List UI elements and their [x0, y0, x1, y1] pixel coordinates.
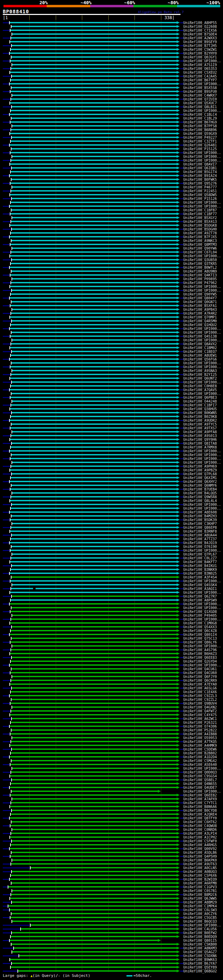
- hit-label[interactable]: UniRef100_Q4KTI3: [183, 273, 217, 277]
- hit-label[interactable]: UniRef100_A3F4S4: [183, 575, 217, 579]
- hit-label[interactable]: UniRef100_Q4UDE7: [183, 786, 217, 789]
- hit-label[interactable]: UniRef100_B2B802: [183, 751, 217, 755]
- hit-label[interactable]: UniRef100_UPI000..: [183, 591, 221, 595]
- alignment-bar[interactable]: [12, 64, 176, 65]
- alignment-bar[interactable]: [12, 687, 176, 689]
- hit-label[interactable]: UniRef100_Q90YW5: [183, 293, 217, 296]
- hit-label[interactable]: UniRef100_A7TKQ5: [183, 740, 217, 744]
- hit-label[interactable]: UniRef100_C0S7B1: [183, 889, 217, 893]
- hit-label[interactable]: UniRef100_Q4R5M0: [183, 319, 217, 323]
- alignment-bar[interactable]: [10, 653, 176, 654]
- hit-label[interactable]: UniRef100_C1MPK4: [183, 904, 217, 908]
- hit-label[interactable]: UniRef100_Q4N655: [183, 782, 217, 786]
- hit-label[interactable]: UniRef100_Q5BEL7: [183, 778, 217, 782]
- hit-label[interactable]: UniRef100_B3RNF8: [183, 530, 217, 533]
- alignment-bar[interactable]: [11, 26, 176, 27]
- alignment-bar[interactable]: [12, 535, 176, 536]
- alignment-bar[interactable]: [11, 251, 176, 253]
- alignment-bar[interactable]: [10, 580, 176, 582]
- alignment-bar[interactable]: [11, 118, 176, 119]
- alignment-bar[interactable]: [10, 358, 176, 360]
- hit-label[interactable]: UniRef100_C6HT62: [183, 820, 217, 824]
- alignment-bar[interactable]: [10, 806, 176, 807]
- alignment-bar[interactable]: [11, 607, 176, 608]
- hit-label[interactable]: UniRef100_UPI000..: [183, 285, 221, 288]
- alignment-bar[interactable]: [10, 611, 176, 612]
- hit-label[interactable]: UniRef100_C6TL04: [183, 250, 217, 254]
- alignment-bar[interactable]: [10, 114, 176, 115]
- hit-label[interactable]: UniRef100_A9TYC5: [183, 422, 217, 426]
- hit-label[interactable]: UniRef100_UPI000..: [183, 288, 221, 293]
- alignment-bar[interactable]: [11, 385, 176, 387]
- alignment-bar[interactable]: [11, 140, 176, 142]
- alignment-bar[interactable]: [11, 546, 176, 547]
- alignment-bar[interactable]: [10, 102, 176, 103]
- alignment-bar[interactable]: [10, 255, 176, 256]
- alignment-bar[interactable]: [10, 573, 176, 574]
- hit-label[interactable]: UniRef100_A7APX9: [183, 797, 217, 801]
- alignment-bar[interactable]: [12, 951, 176, 953]
- hit-label[interactable]: UniRef100_A4S796: [183, 648, 217, 652]
- hit-label[interactable]: UniRef100_Q6UNT2: [183, 377, 217, 380]
- hit-label[interactable]: UniRef100_A9TXS7: [183, 426, 217, 430]
- hit-label[interactable]: UniRef100_UPI000..: [183, 506, 221, 510]
- hit-label[interactable]: UniRef100_UPI000..: [183, 361, 221, 365]
- alignment-bar[interactable]: [11, 232, 176, 234]
- hit-label[interactable]: UniRef100_Q95276: [183, 181, 217, 185]
- hit-label[interactable]: UniRef100_C5WZW1: [183, 48, 217, 51]
- hit-label[interactable]: UniRef100_B5XGY2: [183, 216, 217, 220]
- alignment-bar[interactable]: [11, 741, 176, 742]
- alignment-bar[interactable]: [11, 301, 176, 302]
- hit-label[interactable]: UniRef100_O76190: [183, 545, 217, 549]
- alignment-bar[interactable]: [12, 228, 176, 230]
- hit-label[interactable]: UniRef100_Q9W5R8: [183, 495, 217, 499]
- hit-label[interactable]: UniRef100_A9S013: [183, 434, 217, 438]
- hit-label[interactable]: UniRef100_Q8TFY0: [183, 816, 217, 820]
- alignment-bar[interactable]: [10, 427, 176, 429]
- hit-label[interactable]: UniRef100_B0CYD8: [183, 808, 217, 813]
- hit-label[interactable]: UniRef100_C9ZZL2: [183, 698, 217, 702]
- alignment-bar[interactable]: [12, 75, 176, 77]
- hit-label[interactable]: UniRef100_Q8L4L4: [183, 499, 217, 503]
- hit-label[interactable]: UniRef100_B7PFS8: [183, 124, 217, 128]
- hit-label[interactable]: UniRef100_UPI000..: [183, 82, 221, 86]
- alignment-bar[interactable]: [11, 313, 176, 314]
- alignment-bar[interactable]: [10, 450, 176, 452]
- hit-label[interactable]: UniRef100_A4RHG5: [183, 843, 217, 847]
- alignment-bar[interactable]: [12, 473, 176, 474]
- hit-label[interactable]: UniRef100_B7SDE4: [183, 32, 217, 36]
- alignment-bar[interactable]: [11, 202, 176, 203]
- hit-label[interactable]: UniRef100_A8HP55: [183, 21, 217, 25]
- alignment-bar[interactable]: [11, 821, 176, 822]
- hit-label[interactable]: UniRef100_C1BL29: [183, 116, 217, 120]
- alignment-bar[interactable]: [11, 293, 176, 295]
- alignment-bar[interactable]: [12, 278, 176, 280]
- alignment-bar[interactable]: [11, 179, 176, 180]
- hit-label[interactable]: UniRef100_Q2GYD4: [183, 659, 217, 663]
- hit-label[interactable]: UniRef100_B0WTL2: [183, 266, 217, 269]
- alignment-bar[interactable]: [10, 72, 176, 73]
- hit-label[interactable]: UniRef100_UPI000..: [183, 617, 221, 621]
- alignment-bar[interactable]: [10, 825, 176, 826]
- alignment-bar[interactable]: [11, 393, 176, 394]
- alignment-bar[interactable]: [11, 527, 176, 528]
- alignment-bar[interactable]: [11, 416, 176, 417]
- hit-label[interactable]: UniRef100_Q3TKR5: [183, 262, 217, 266]
- alignment-bar[interactable]: [11, 282, 176, 283]
- hit-label[interactable]: UniRef100_Q9Y0H6: [183, 438, 217, 442]
- hit-label[interactable]: UniRef100_B5G1T4: [183, 170, 217, 174]
- hit-label[interactable]: UniRef100_C5DEW6: [183, 748, 217, 751]
- hit-label[interactable]: UniRef100_A8UA44: [183, 533, 217, 537]
- alignment-bar[interactable]: [10, 664, 176, 666]
- alignment-bar[interactable]: [11, 966, 176, 968]
- alignment-bar[interactable]: [11, 477, 176, 478]
- alignment-bar[interactable]: [10, 389, 176, 390]
- hit-label[interactable]: UniRef100_A5E640: [183, 763, 217, 767]
- alignment-bar[interactable]: [12, 217, 176, 218]
- hit-label[interactable]: UniRef100_P26321: [183, 721, 217, 724]
- hit-label[interactable]: UniRef100_C4Y475: [183, 713, 217, 717]
- alignment-bar[interactable]: [12, 657, 176, 658]
- alignment-bar[interactable]: [11, 852, 176, 853]
- alignment-bar[interactable]: [11, 791, 158, 792]
- alignment-bar[interactable]: [12, 615, 176, 616]
